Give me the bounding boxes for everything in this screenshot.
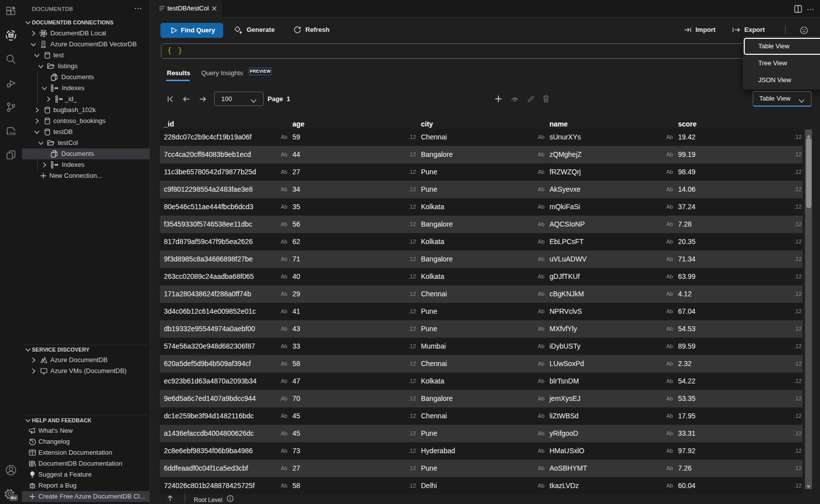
svg-text:LOG: LOG [7,131,16,136]
